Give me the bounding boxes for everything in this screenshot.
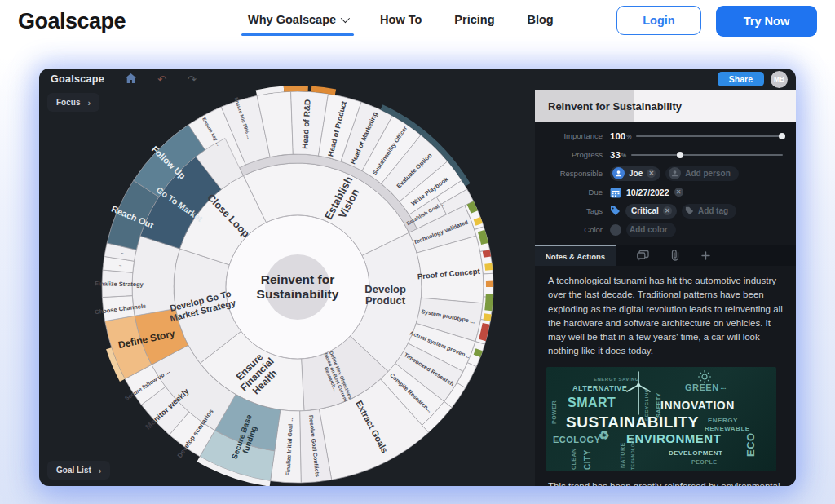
wordcloud-word: POWER: [551, 400, 557, 424]
sustainability-wordcloud-image: ENERGY SAVINGALTERNATIVEGREEN▪▪▪SMARTINN…: [546, 367, 776, 471]
nav-item-blog[interactable]: Blog: [528, 8, 554, 34]
attachment-icon[interactable]: [670, 250, 680, 261]
wordcloud-word: CLEAN: [571, 448, 577, 470]
sunburst-segment[interactable]: [483, 313, 491, 321]
add-icon[interactable]: [701, 251, 710, 260]
person-icon: [612, 167, 625, 179]
wordcloud-word: INNOVATION: [660, 400, 735, 411]
sunburst-label: DevelopProduct: [364, 283, 406, 307]
calendar-icon: [610, 187, 621, 198]
sunburst-center-title: Reinvent forSustainability: [257, 272, 339, 301]
sun-icon: [698, 370, 711, 383]
tags-row: Tags Critical ✕ Add tag: [535, 201, 786, 220]
sunburst-label: Finalize Strategy: [95, 280, 144, 288]
importance-label: Importance: [535, 131, 610, 140]
add-person-button[interactable]: Add person: [665, 166, 739, 181]
progress-value: 33: [610, 150, 621, 160]
importance-unit: %: [626, 134, 631, 139]
wordcloud-word: NATURE: [620, 442, 625, 468]
goal-detail-panel: Reinvent for Sustainability Importance 1…: [535, 90, 796, 486]
sunburst-segment[interactable]: [486, 281, 493, 287]
goal-list-button-label: Goal List: [56, 466, 91, 475]
add-tag-button[interactable]: Add tag: [682, 204, 736, 219]
importance-value: 100: [610, 131, 625, 141]
color-row: Color Add color: [535, 220, 786, 239]
nav-item-why-goalscape[interactable]: Why Goalscape: [248, 8, 347, 34]
importance-slider[interactable]: [636, 135, 783, 137]
share-button[interactable]: Share: [718, 72, 764, 86]
comment-icon[interactable]: [637, 250, 649, 261]
wordcloud-word: SAFETY: [656, 392, 661, 418]
wordcloud-word: ▪▪▪: [721, 387, 727, 391]
wordcloud-word: ENVIRONMENT: [626, 432, 721, 444]
wordcloud-word: SMART: [568, 396, 616, 409]
top-nav: Goalscape Why Goalscape How To Pricing B…: [0, 0, 835, 42]
goal-note-text: A technological tsunami has hit the auto…: [535, 266, 796, 359]
color-swatch-icon: [610, 224, 621, 236]
goalscape-logo[interactable]: Goalscape: [18, 9, 126, 34]
sunburst-segment[interactable]: [284, 86, 308, 92]
nav-menu: Why Goalscape How To Pricing Blog: [248, 8, 554, 34]
focus-button[interactable]: Focus ›: [47, 93, 99, 112]
tags-label: Tags: [535, 206, 610, 215]
wordcloud-word: RECYCLING: [644, 388, 649, 421]
nav-item-pricing[interactable]: Pricing: [454, 8, 494, 34]
tag-icon: [685, 206, 694, 215]
due-row: Due 10/27/2022 ✕: [535, 183, 786, 201]
remove-icon[interactable]: ✕: [663, 206, 672, 215]
tab-notes-actions[interactable]: Notes & Actions: [535, 245, 616, 266]
wordcloud-word: GREEN: [685, 383, 719, 392]
due-date-value[interactable]: 10/27/2022: [626, 188, 669, 197]
wordcloud-word: PEOPLE: [691, 459, 717, 465]
sunburst-segment[interactable]: [484, 263, 493, 271]
nav-actions: Login Try Now: [616, 6, 817, 37]
tag-name: Critical: [628, 206, 659, 215]
wordcloud-word: DEVELOPMENT: [669, 450, 722, 457]
responsible-row: Responsible Joe ✕ Add person: [535, 164, 786, 183]
wordcloud-word: ALTERNATIVE: [572, 385, 627, 392]
due-label: Due: [535, 188, 610, 197]
add-person-label: Add person: [685, 169, 731, 178]
add-tag-label: Add tag: [698, 206, 728, 215]
nav-item-how-to[interactable]: How To: [380, 8, 422, 34]
try-now-button[interactable]: Try Now: [716, 6, 817, 37]
nav-item-label: Blog: [528, 13, 554, 26]
goal-title-bar[interactable]: Reinvent for Sustainability: [535, 90, 796, 122]
wordcloud-word: SUSTAINABILITY: [566, 414, 699, 430]
progress-slider[interactable]: [631, 154, 783, 156]
sunburst-segment[interactable]: [483, 250, 491, 258]
wordcloud-word: ENERGY SAVING: [594, 377, 639, 382]
color-label: Color: [535, 225, 610, 234]
remove-icon[interactable]: ✕: [647, 169, 656, 178]
progress-row: Progress 33 %: [535, 145, 786, 164]
progress-label: Progress: [535, 150, 610, 159]
progress-unit: %: [621, 153, 626, 158]
responsible-label: Responsible: [535, 169, 610, 178]
nav-item-label: Why Goalscape: [248, 13, 336, 26]
wordcloud-word: ECOLOGY: [553, 435, 601, 444]
nav-item-label: Pricing: [454, 13, 494, 26]
app-window: Goalscape ↶ ↷ Share MB Focus › Goal List…: [39, 69, 796, 486]
wordcloud-word: CITY: [584, 449, 592, 470]
responsible-person-name: Joe: [629, 169, 643, 178]
panel-tabs: Notes & Actions: [535, 245, 796, 266]
importance-slider-thumb[interactable]: [779, 133, 785, 139]
wordcloud-word: ♻: [599, 429, 610, 441]
person-icon: [669, 167, 681, 179]
focus-button-label: Focus: [56, 98, 80, 107]
nav-item-label: How To: [380, 13, 422, 26]
login-button[interactable]: Login: [616, 6, 701, 35]
tag-chip[interactable]: Critical ✕: [625, 204, 677, 219]
progress-slider-thumb[interactable]: [677, 152, 683, 158]
remove-icon[interactable]: ✕: [674, 188, 683, 197]
wordcloud-word: TECHNOLOGY: [631, 436, 635, 469]
add-color-label: Add color: [630, 225, 668, 234]
goal-sunburst-chart[interactable]: EstablishVisionDevelopProductDefine Key …: [94, 83, 501, 486]
importance-row: Importance 100 %: [535, 126, 786, 145]
chevron-down-icon: [341, 14, 350, 23]
sunburst-segment[interactable]: [484, 294, 493, 311]
responsible-person-chip[interactable]: Joe ✕: [610, 166, 660, 181]
tag-icon: [610, 206, 621, 216]
user-avatar[interactable]: MB: [771, 71, 788, 88]
add-color-button[interactable]: Add color: [626, 223, 676, 237]
